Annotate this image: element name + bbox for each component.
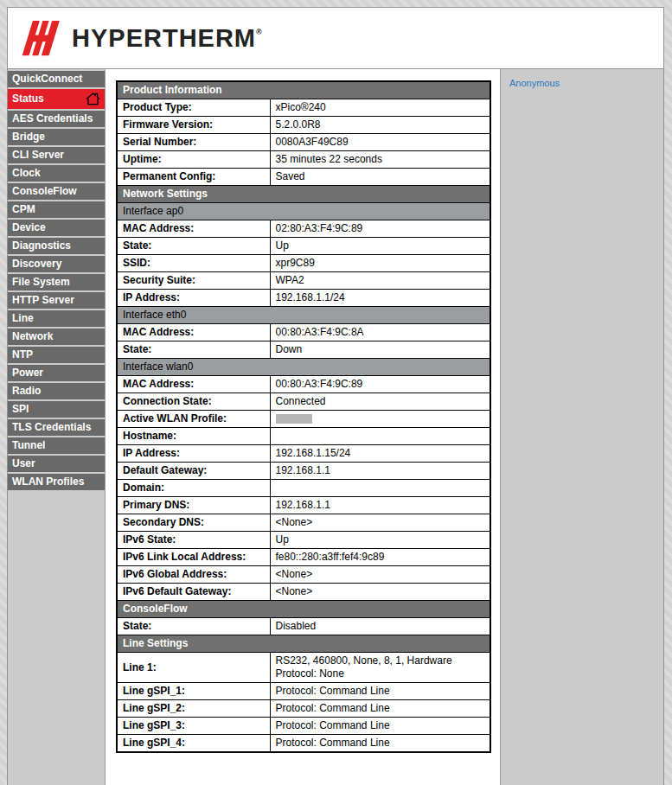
row-label: Uptime: bbox=[117, 151, 270, 169]
row-value: Down bbox=[270, 341, 490, 359]
sidebar-item-power[interactable]: Power bbox=[8, 365, 105, 381]
row-label: Product Type: bbox=[117, 99, 270, 117]
sidebar-item-consoleflow[interactable]: ConsoleFlow bbox=[8, 183, 105, 200]
row-value bbox=[270, 411, 490, 428]
app-window: HYPERTHERM® QuickConnectStatusAES Creden… bbox=[7, 7, 664, 785]
sidebar-item-network[interactable]: Network bbox=[8, 329, 105, 345]
sidebar-item-cpm[interactable]: CPM bbox=[8, 201, 105, 218]
row-value: 02:80:A3:F4:9C:89 bbox=[270, 220, 490, 238]
sidebar-item-wlan-profiles[interactable]: WLAN Profiles bbox=[8, 474, 105, 490]
section-header-row: ConsoleFlow bbox=[117, 601, 490, 618]
row-value: 192.168.1.1 bbox=[270, 497, 490, 514]
username-link[interactable]: Anonymous bbox=[509, 78, 560, 88]
table-row: Line gSPI_2:Protocol: Command Line bbox=[117, 700, 490, 718]
row-value: 192.168.1.15/24 bbox=[270, 445, 490, 463]
row-value: <None> bbox=[270, 584, 490, 601]
row-label: State: bbox=[117, 238, 270, 255]
row-label: Hostname: bbox=[117, 428, 270, 445]
section-header: Line Settings bbox=[117, 635, 490, 653]
sidebar-item-file-system[interactable]: File System bbox=[8, 274, 105, 290]
section-header: ConsoleFlow bbox=[117, 601, 490, 618]
subsection-header-row: Interface eth0 bbox=[117, 307, 490, 324]
row-value: 192.168.1.1/24 bbox=[270, 290, 490, 307]
row-value: 0080A3F49C89 bbox=[270, 134, 490, 151]
sidebar-item-aes-credentials[interactable]: AES Credentials bbox=[8, 111, 105, 127]
sidebar-item-ntp[interactable]: NTP bbox=[8, 347, 105, 363]
subsection-header-row: Interface ap0 bbox=[117, 203, 490, 220]
sidebar-item-device[interactable]: Device bbox=[8, 220, 105, 236]
section-header-row: Product Information bbox=[117, 81, 490, 99]
row-label: IPv6 Global Address: bbox=[117, 566, 270, 584]
home-icon bbox=[86, 93, 100, 105]
sidebar-item-status[interactable]: Status bbox=[8, 89, 105, 109]
row-label: MAC Address: bbox=[117, 324, 270, 341]
row-value: Connected bbox=[270, 393, 490, 411]
sidebar-item-label: Radio bbox=[12, 383, 41, 399]
sidebar-item-label: Line bbox=[12, 310, 34, 327]
table-row: SSID:xpr9C89 bbox=[117, 255, 490, 272]
table-row: Line 1:RS232, 460800, None, 8, 1, Hardwa… bbox=[117, 653, 490, 683]
row-label: Permanent Config: bbox=[117, 169, 270, 186]
sidebar-item-line[interactable]: Line bbox=[8, 310, 105, 327]
sidebar-item-user[interactable]: User bbox=[8, 456, 105, 472]
subsection-header-row: Interface wlan0 bbox=[117, 359, 490, 376]
sidebar-item-clock[interactable]: Clock bbox=[8, 165, 105, 182]
sidebar-item-label: SPI bbox=[12, 401, 29, 418]
row-label: Line gSPI_3: bbox=[117, 718, 270, 735]
brand-name-text: HYPERTHERM bbox=[72, 24, 256, 52]
sidebar-item-spi[interactable]: SPI bbox=[8, 401, 105, 418]
page-body: QuickConnectStatusAES CredentialsBridgeC… bbox=[8, 69, 663, 785]
sidebar-item-tunnel[interactable]: Tunnel bbox=[8, 437, 105, 454]
sidebar-item-label: Device bbox=[12, 220, 46, 236]
sidebar-item-cli-server[interactable]: CLI Server bbox=[8, 147, 105, 163]
sidebar-item-label: File System bbox=[12, 274, 70, 290]
sidebar-item-label: Bridge bbox=[12, 129, 45, 145]
row-value-line1: RS232, 460800, None, 8, 1, Hardware bbox=[276, 654, 452, 667]
row-label: Firmware Version: bbox=[117, 117, 270, 134]
row-value: 00:80:A3:F4:9C:8A bbox=[270, 324, 490, 341]
table-row: IP Address:192.168.1.1/24 bbox=[117, 290, 490, 307]
row-value: Protocol: Command Line bbox=[270, 718, 490, 735]
row-label: Line gSPI_2: bbox=[117, 700, 270, 718]
status-table: Product InformationProduct Type:xPico®24… bbox=[116, 80, 491, 753]
table-row: IPv6 Default Gateway:<None> bbox=[117, 584, 490, 601]
sidebar-item-label: Power bbox=[12, 365, 43, 381]
table-row: IPv6 Global Address:<None> bbox=[117, 566, 490, 584]
sidebar-item-bridge[interactable]: Bridge bbox=[8, 129, 105, 145]
section-header-row: Network Settings bbox=[117, 186, 490, 203]
subsection-header: Interface wlan0 bbox=[117, 359, 490, 376]
sidebar-item-http-server[interactable]: HTTP Server bbox=[8, 292, 105, 309]
row-label: Line gSPI_1: bbox=[117, 683, 270, 700]
sidebar-item-label: AES Credentials bbox=[12, 111, 93, 127]
table-row: IP Address:192.168.1.15/24 bbox=[117, 445, 490, 463]
sidebar-item-label: Status bbox=[12, 89, 44, 109]
row-value: xPico®240 bbox=[270, 99, 490, 117]
row-value: xpr9C89 bbox=[270, 255, 490, 272]
subsection-header: Interface ap0 bbox=[117, 203, 490, 220]
sidebar-item-tls-credentials[interactable]: TLS Credentials bbox=[8, 419, 105, 436]
sidebar-item-label: WLAN Profiles bbox=[12, 474, 84, 490]
table-row: Domain: bbox=[117, 480, 490, 497]
table-row: Default Gateway:192.168.1.1 bbox=[117, 463, 490, 480]
sidebar-item-label: QuickConnect bbox=[12, 71, 82, 87]
row-label: Connection State: bbox=[117, 393, 270, 411]
row-value: Up bbox=[270, 532, 490, 549]
row-label: SSID: bbox=[117, 255, 270, 272]
table-row: Line gSPI_3:Protocol: Command Line bbox=[117, 718, 490, 735]
row-value: Saved bbox=[270, 169, 490, 186]
row-value: RS232, 460800, None, 8, 1, HardwareProto… bbox=[270, 653, 490, 683]
main-content: Product InformationProduct Type:xPico®24… bbox=[106, 69, 501, 785]
row-value: Protocol: Command Line bbox=[270, 683, 490, 700]
table-row: Firmware Version:5.2.0.0R8 bbox=[117, 117, 490, 134]
sidebar-item-quickconnect[interactable]: QuickConnect bbox=[8, 71, 105, 87]
table-row: Permanent Config:Saved bbox=[117, 169, 490, 186]
sidebar-item-label: CLI Server bbox=[12, 147, 64, 163]
sidebar-item-radio[interactable]: Radio bbox=[8, 383, 105, 399]
sidebar-item-diagnostics[interactable]: Diagnostics bbox=[8, 238, 105, 254]
home-icon-wrap bbox=[86, 93, 100, 105]
row-label: IP Address: bbox=[117, 290, 270, 307]
table-row: Serial Number:0080A3F49C89 bbox=[117, 134, 490, 151]
row-value: 00:80:A3:F4:9C:89 bbox=[270, 376, 490, 393]
row-label: MAC Address: bbox=[117, 376, 270, 393]
sidebar-item-discovery[interactable]: Discovery bbox=[8, 256, 105, 272]
